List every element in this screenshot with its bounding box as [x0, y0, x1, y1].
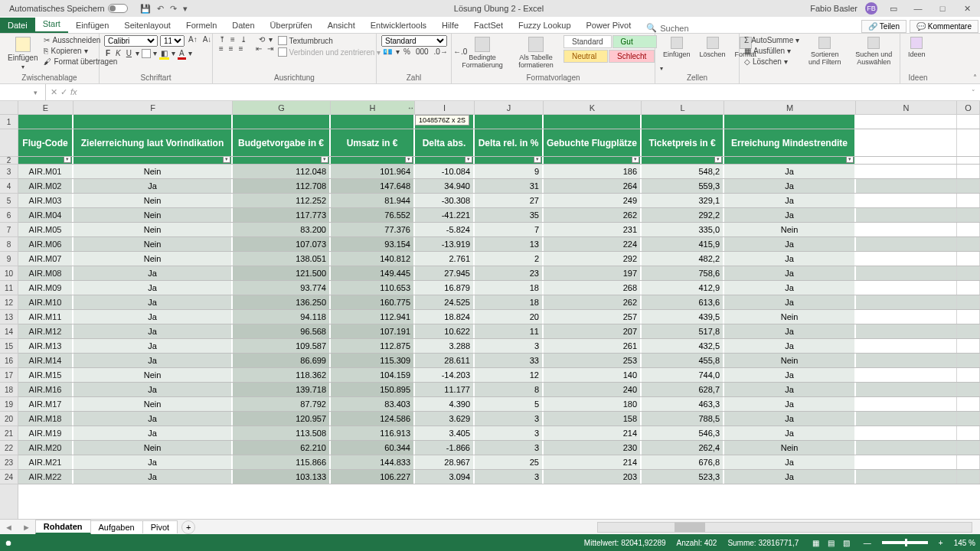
cell[interactable]: 109.587 — [233, 339, 331, 353]
italic-button[interactable]: K — [114, 49, 122, 60]
enter-formula-icon[interactable]: ✓ — [60, 87, 67, 97]
percent-format-icon[interactable]: % — [402, 47, 412, 56]
new-sheet-button[interactable]: + — [181, 520, 195, 534]
view-pagebreak-icon[interactable]: ▧ — [840, 539, 853, 547]
cell[interactable]: 112.941 — [331, 310, 415, 324]
tab-seitenlayout[interactable]: Seitenlayout — [116, 18, 178, 33]
filter-icon[interactable]: ▾ — [534, 157, 541, 163]
cell[interactable]: 415,9 — [642, 237, 724, 251]
cell[interactable]: AIR.M03 — [18, 194, 74, 207]
cell[interactable]: Nein — [74, 165, 233, 178]
cell[interactable]: 11 — [475, 324, 544, 338]
ribbon-display-icon[interactable]: ▭ — [885, 4, 902, 14]
delete-cells-button[interactable]: Löschen — [697, 35, 729, 72]
col-header-J[interactable]: J — [475, 101, 544, 114]
cell[interactable]: 214 — [544, 426, 642, 440]
view-pagelayout-icon[interactable]: ▤ — [825, 539, 838, 547]
cell[interactable]: 27.945 — [415, 266, 475, 280]
cell[interactable] — [957, 208, 980, 222]
cell[interactable]: 3.288 — [415, 339, 475, 353]
wrap-text-button[interactable]: Textumbruch — [278, 35, 381, 46]
col-header-G[interactable]: G — [233, 101, 331, 114]
cell[interactable]: 3 — [475, 441, 544, 455]
fill-color-button[interactable]: ◧ — [159, 49, 169, 60]
collapse-ribbon-icon[interactable]: ˄ — [973, 73, 977, 82]
cell[interactable] — [856, 426, 957, 440]
row-header[interactable]: 2 — [0, 157, 18, 165]
cell[interactable] — [856, 179, 957, 193]
maximize-icon[interactable]: □ — [934, 4, 951, 13]
cell[interactable]: 432,5 — [642, 339, 724, 353]
cell[interactable] — [957, 354, 980, 367]
cell[interactable] — [856, 208, 957, 222]
font-name-select[interactable]: Calibri — [104, 35, 158, 47]
table-row[interactable]: AIR.M04Nein117.77376.552-41.22135262292,… — [18, 208, 980, 223]
tab-powerpivot[interactable]: Power Pivot — [579, 18, 639, 33]
cell[interactable]: 25 — [475, 455, 544, 469]
cell[interactable]: 463,3 — [642, 397, 724, 411]
cell[interactable] — [856, 324, 957, 338]
zoom-level[interactable]: 145 % — [954, 539, 975, 547]
cell[interactable]: Nein — [74, 194, 233, 207]
zoom-slider[interactable] — [882, 541, 928, 544]
cell[interactable]: Ja — [724, 208, 856, 222]
cell[interactable] — [856, 252, 957, 266]
table-row[interactable]: AIR.M22Ja103.133106.2273.0943203523,3Ja — [18, 470, 980, 484]
cell[interactable]: 292 — [544, 252, 642, 266]
row-header[interactable]: 12 — [0, 295, 18, 310]
tab-datei[interactable]: Datei — [0, 18, 35, 33]
cell[interactable]: 207 — [544, 324, 642, 338]
filter-icon[interactable]: ▾ — [405, 157, 413, 163]
cell[interactable]: 230 — [544, 441, 642, 455]
table-row[interactable]: AIR.M03Nein112.25281.944-30.30827249329,… — [18, 194, 980, 208]
cell[interactable] — [856, 470, 957, 484]
cell[interactable]: AIR.M10 — [18, 295, 74, 309]
close-icon[interactable]: ✕ — [959, 4, 975, 14]
cell[interactable]: 76.552 — [331, 208, 415, 222]
cell[interactable]: 2 — [475, 252, 544, 266]
cell[interactable]: Ja — [74, 455, 233, 469]
conditional-formatting-button[interactable]: Bedingte Formatierung — [456, 35, 508, 72]
cell[interactable] — [856, 441, 957, 455]
table-row[interactable]: AIR.M05Nein83.20077.376-5.8247231335,0Ne… — [18, 223, 980, 237]
col-header-M[interactable]: M — [724, 101, 856, 114]
cell[interactable]: 112.875 — [331, 339, 415, 353]
table-row[interactable]: AIR.M17Nein87.79283.4034.3905180463,3Ja — [18, 397, 980, 412]
cell[interactable] — [957, 397, 980, 411]
table-row[interactable]: AIR.M13Ja109.587112.8753.2883261432,5Ja — [18, 339, 980, 354]
row-header[interactable]: 21 — [0, 426, 18, 441]
filter-icon[interactable]: ▾ — [465, 157, 472, 163]
cell[interactable]: 28.967 — [415, 455, 475, 469]
cell[interactable]: Ja — [74, 179, 233, 193]
col-header-H[interactable]: H↔ — [331, 101, 415, 114]
table-row[interactable]: AIR.M14Ja86.699115.30928.61133253455,8Ne… — [18, 354, 980, 368]
table-row[interactable]: AIR.M18Ja120.957124.5863.6293158788,5Ja — [18, 412, 980, 426]
cell[interactable]: Ja — [74, 324, 233, 338]
cell[interactable]: 93.774 — [233, 281, 331, 295]
cell[interactable]: 33 — [475, 354, 544, 367]
insert-cells-button[interactable]: Einfügen — [660, 35, 694, 72]
cell[interactable]: -5.824 — [415, 223, 475, 236]
row-header[interactable]: 7 — [0, 223, 18, 237]
cell[interactable]: 335,0 — [642, 223, 724, 236]
cell[interactable]: 10.622 — [415, 324, 475, 338]
row-header[interactable]: 8 — [0, 237, 18, 252]
cell[interactable]: Ja — [74, 412, 233, 425]
cell[interactable]: Nein — [724, 441, 856, 455]
table-row[interactable]: AIR.M20Nein62.21060.344-1.8663230262,4Ne… — [18, 441, 980, 455]
cell[interactable]: 262 — [544, 208, 642, 222]
fx-icon[interactable]: fx — [70, 87, 77, 97]
cell[interactable]: 77.376 — [331, 223, 415, 236]
cell[interactable] — [856, 295, 957, 309]
cell[interactable] — [856, 310, 957, 324]
cell[interactable]: 124.586 — [331, 412, 415, 425]
minimize-icon[interactable]: — — [910, 4, 926, 13]
cell[interactable]: 112.708 — [233, 179, 331, 193]
cell[interactable]: Ja — [74, 310, 233, 324]
cell[interactable]: 559,3 — [642, 179, 724, 193]
cell[interactable]: 117.773 — [233, 208, 331, 222]
tab-entwicklertools[interactable]: Entwicklertools — [363, 18, 434, 33]
orientation-icon[interactable]: ⟲ — [257, 35, 266, 44]
cell[interactable]: 107.073 — [233, 237, 331, 251]
cell[interactable]: Ja — [74, 426, 233, 440]
